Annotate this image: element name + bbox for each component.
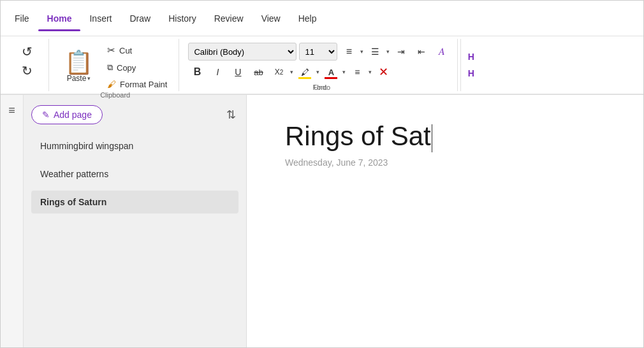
below-toolbar-area: ≡ ✎ Add page ⇅ Hummingbird wingspan Weat… [1, 95, 643, 348]
text-style-button[interactable]: 𝐴 [433, 43, 451, 61]
align-button[interactable]: ≡ [348, 63, 366, 81]
paste-label: Paste [67, 74, 87, 83]
sort-button[interactable]: ⇅ [224, 105, 238, 124]
menu-help[interactable]: Help [289, 7, 326, 30]
cut-icon: ✂ [107, 45, 115, 56]
add-page-row: ✎ Add page ⇅ [31, 105, 238, 124]
bullet-list-dropdown[interactable]: ▾ [360, 48, 363, 55]
copy-label: Copy [117, 63, 136, 73]
add-page-label: Add page [54, 110, 92, 120]
cut-label: Cut [119, 46, 132, 55]
paste-icon: 📋 [64, 51, 93, 74]
sidebar-toggle: ≡ [1, 95, 24, 348]
hamburger-icon[interactable]: ≡ [8, 104, 15, 117]
undo-button[interactable]: ↺ [18, 43, 36, 61]
menu-history[interactable]: History [159, 7, 205, 30]
indent-increase-button[interactable]: ⇥ [392, 43, 410, 61]
highlight-dropdown[interactable]: ▾ [316, 69, 319, 75]
copy-icon: ⧉ [107, 62, 113, 73]
overflow-item-1[interactable]: H [464, 50, 478, 64]
underline-button[interactable]: U [229, 63, 247, 81]
font-color-button[interactable]: A [322, 63, 340, 81]
page-item-0[interactable]: Hummingbird wingspan [31, 134, 238, 157]
font-size-select[interactable]: 11 [299, 43, 337, 61]
paste-dropdown-icon: ▾ [87, 75, 91, 82]
menu-view[interactable]: View [252, 7, 289, 30]
bullet-list-button[interactable]: ≡ [340, 43, 358, 61]
redo-button[interactable]: ↻ [18, 62, 36, 80]
font-family-select[interactable]: Calibri (Body) [188, 43, 296, 61]
font-color-dropdown[interactable]: ▾ [342, 69, 346, 75]
numbered-list-dropdown[interactable]: ▾ [386, 48, 390, 55]
bold-button[interactable]: B [188, 63, 206, 81]
menu-bar: File Home Insert Draw History Review Vie… [1, 1, 643, 36]
font-color-section: A [322, 63, 340, 81]
highlight-color-bar [298, 77, 311, 79]
paste-button[interactable]: 📋 Paste ▾ [59, 48, 98, 85]
cut-button[interactable]: ✂ Cut [103, 43, 171, 58]
text-cursor [432, 124, 433, 152]
copy-button[interactable]: ⧉ Copy [103, 61, 171, 75]
page-item-2[interactable]: Rings of Saturn [31, 191, 238, 214]
indent-decrease-button[interactable]: ⇤ [413, 43, 430, 61]
subscript-dropdown[interactable]: ▾ [290, 69, 293, 75]
menu-draw[interactable]: Draw [121, 7, 159, 30]
font-color-bar [325, 77, 337, 79]
menu-home[interactable]: Home [38, 7, 81, 30]
page-title-text: Rings of Sat [285, 121, 431, 151]
menu-review[interactable]: Review [205, 7, 252, 30]
highlight-section: 🖍 [296, 63, 314, 81]
toolbar: ↺ ↻ Undo 📋 Paste ▾ ✂ Cut [1, 36, 643, 95]
subscript-button[interactable]: X2 [270, 63, 288, 81]
menu-file[interactable]: File [6, 7, 38, 30]
page-date: Wednesday, June 7, 2023 [285, 157, 605, 168]
page-panel: ✎ Add page ⇅ Hummingbird wingspan Weathe… [24, 95, 247, 348]
italic-button[interactable]: I [209, 63, 226, 81]
clipboard-label: Clipboard [100, 91, 130, 99]
font-color-icon: A [328, 68, 334, 77]
overflow-item-2[interactable]: H [464, 66, 478, 80]
page-title[interactable]: Rings of Sat [285, 120, 605, 152]
align-dropdown[interactable]: ▾ [369, 69, 372, 75]
menu-insert[interactable]: Insert [80, 7, 121, 30]
highlight-button[interactable]: 🖍 [296, 63, 314, 81]
strikethrough-button[interactable]: ab [249, 63, 267, 81]
add-page-button[interactable]: ✎ Add page [31, 105, 103, 124]
undo-label: Undo [1, 83, 643, 91]
content-area: Rings of Sat Wednesday, June 7, 2023 [247, 95, 643, 348]
numbered-list-button[interactable]: ☰ [366, 43, 384, 61]
highlight-icon: 🖍 [301, 68, 309, 77]
page-item-1[interactable]: Weather patterns [31, 163, 238, 185]
clear-formatting-button[interactable]: ✕ [374, 63, 392, 81]
add-page-icon: ✎ [42, 110, 50, 120]
